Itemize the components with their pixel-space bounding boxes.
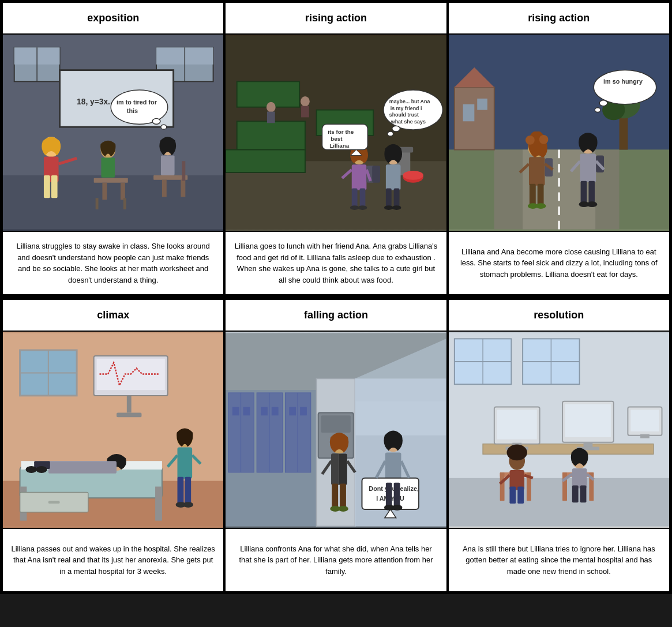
cell-climax: climax [2, 299, 224, 592]
svg-text:18, y=3x..: 18, y=3x.. [77, 97, 112, 106]
svg-rect-182 [394, 483, 400, 508]
text-climax: Lilliana passes out and wakes up in the … [3, 528, 223, 591]
title-exposition: exposition [3, 3, 223, 35]
svg-point-184 [392, 505, 403, 510]
svg-rect-59 [386, 164, 401, 190]
svg-point-72 [388, 132, 393, 136]
svg-rect-216 [517, 487, 524, 504]
svg-rect-130 [48, 461, 117, 474]
title-rising-action-1: rising action [226, 3, 446, 35]
svg-rect-18 [94, 178, 128, 183]
svg-text:im so hungry: im so hungry [603, 78, 643, 85]
svg-point-48 [403, 171, 423, 180]
svg-text:maybe... but Ana: maybe... but Ana [389, 99, 430, 104]
svg-rect-17 [101, 157, 115, 177]
svg-rect-152 [261, 407, 268, 416]
svg-rect-196 [497, 410, 536, 440]
svg-point-30 [152, 118, 160, 124]
svg-rect-207 [500, 472, 504, 501]
svg-point-64 [392, 205, 401, 210]
svg-point-90 [525, 136, 535, 145]
image-rising-action-2: im so hungry [449, 35, 669, 231]
svg-rect-22 [123, 198, 126, 209]
storyboard: exposition 18, y=3x.. 1. [0, 0, 672, 594]
svg-rect-127 [48, 501, 60, 504]
svg-rect-80 [455, 87, 494, 149]
cell-rising-action-1: rising action [224, 2, 447, 295]
text-rising-action-1: Lilliana goes to lunch with her friend A… [226, 231, 446, 294]
svg-point-42 [301, 96, 310, 107]
svg-rect-101 [580, 153, 596, 182]
title-falling-action: falling action [226, 300, 446, 332]
svg-rect-62 [394, 189, 400, 208]
svg-rect-20 [121, 183, 125, 200]
title-rising-action-2: rising action [449, 3, 669, 35]
cell-rising-action-2: rising action [448, 2, 670, 295]
svg-rect-14 [51, 175, 58, 198]
svg-text:Lilliana: Lilliana [330, 142, 350, 149]
svg-rect-21 [96, 198, 99, 209]
svg-rect-146 [228, 393, 254, 472]
svg-point-91 [539, 135, 548, 144]
svg-point-111 [595, 108, 600, 112]
svg-point-57 [358, 205, 367, 210]
svg-text:what she says: what she says [391, 119, 426, 125]
svg-rect-181 [386, 483, 392, 508]
image-rising-action-1: its for the best Lilliana maybe... but A… [226, 35, 446, 231]
svg-rect-148 [232, 407, 239, 416]
svg-rect-61 [386, 189, 392, 208]
svg-rect-200 [565, 404, 611, 437]
svg-rect-122 [117, 412, 141, 417]
svg-point-133 [36, 466, 47, 473]
svg-rect-125 [155, 487, 162, 521]
svg-rect-13 [44, 175, 50, 198]
image-falling-action: Dont you realize, I AM YOU [226, 332, 446, 528]
svg-rect-138 [178, 477, 184, 505]
svg-rect-160 [321, 415, 351, 433]
svg-point-172 [338, 506, 348, 512]
svg-text:should trust: should trust [389, 112, 419, 118]
title-resolution: resolution [449, 300, 669, 332]
svg-rect-36 [237, 121, 305, 149]
svg-rect-60 [373, 166, 381, 183]
svg-rect-201 [583, 443, 592, 448]
svg-rect-55 [360, 189, 366, 208]
svg-rect-27 [181, 180, 185, 197]
cell-falling-action: falling action [224, 299, 447, 592]
svg-rect-50 [352, 164, 367, 190]
svg-rect-221 [572, 486, 578, 503]
svg-rect-82 [463, 104, 474, 122]
svg-point-56 [350, 205, 359, 210]
svg-rect-105 [580, 181, 587, 205]
svg-rect-83 [477, 99, 487, 110]
cell-exposition: exposition 18, y=3x.. 1. [2, 2, 224, 295]
svg-point-110 [599, 100, 607, 106]
image-exposition: 18, y=3x.. 1. [3, 35, 223, 231]
svg-point-108 [587, 201, 597, 207]
svg-rect-153 [272, 407, 279, 416]
image-climax [3, 332, 223, 528]
svg-rect-43 [301, 106, 309, 118]
svg-point-213 [506, 445, 527, 461]
text-falling-action: Lilliana confronts Ana for what she did,… [226, 528, 446, 591]
svg-point-99 [535, 203, 546, 209]
svg-rect-97 [537, 184, 543, 207]
svg-rect-220 [572, 468, 587, 488]
svg-rect-215 [509, 487, 516, 504]
svg-text:best: best [331, 136, 343, 142]
svg-point-31 [161, 125, 167, 129]
svg-rect-19 [102, 183, 107, 200]
text-resolution: Ana is still there but Lilliana tries to… [449, 528, 669, 591]
svg-rect-204 [630, 410, 659, 431]
svg-rect-186 [449, 475, 669, 527]
svg-rect-96 [530, 184, 536, 207]
svg-rect-24 [161, 155, 175, 175]
svg-point-132 [25, 466, 37, 473]
svg-point-109 [594, 70, 656, 104]
title-climax: climax [3, 300, 223, 332]
svg-rect-205 [640, 434, 650, 438]
svg-rect-106 [588, 181, 595, 205]
svg-rect-54 [352, 189, 358, 208]
svg-rect-169 [332, 484, 339, 509]
svg-rect-149 [243, 407, 250, 416]
